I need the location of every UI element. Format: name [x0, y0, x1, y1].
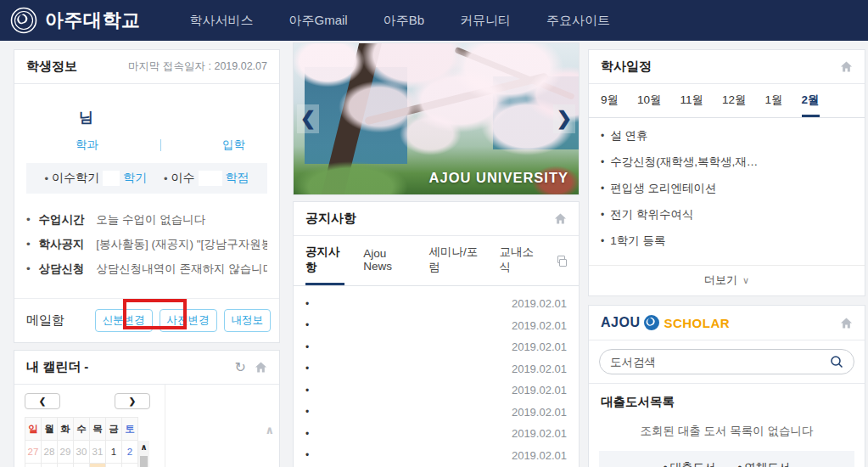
- calendar-day[interactable]: 3: [25, 464, 42, 467]
- calendar-next-button[interactable]: ❯: [115, 393, 150, 409]
- notice-item[interactable]: 2019.02.01: [305, 423, 567, 445]
- schedule-title: 학사일정: [601, 59, 652, 75]
- open-window-icon[interactable]: [557, 256, 567, 267]
- calendar-day[interactable]: 9: [122, 464, 138, 467]
- notice-item[interactable]: 2019.02.01: [305, 380, 567, 402]
- semester-label: 이수학기: [52, 171, 99, 186]
- tab-month-nov[interactable]: 11월: [680, 84, 704, 117]
- tab-notice[interactable]: 공지사항: [305, 236, 344, 285]
- home-icon[interactable]: [840, 317, 853, 329]
- schedule-item[interactable]: 1학기 등록: [601, 234, 853, 249]
- calendar-day[interactable]: 1: [106, 441, 122, 464]
- notice-card: 공지사항 공지사항 Ajou News 세미나/포럼 교내소식 2019.02.…: [293, 201, 580, 467]
- book-search-bar: [589, 340, 865, 384]
- calendar-scrollbar[interactable]: ∧: [138, 441, 149, 467]
- last-access: 마지막 접속일자 : 2019.02.07: [128, 59, 267, 74]
- refresh-icon[interactable]: ↻: [235, 361, 246, 374]
- calendar-day[interactable]: 31: [90, 441, 106, 464]
- counsel-request-value: 상담신청내역이 존재하지 않습니다.: [96, 262, 267, 275]
- student-info-title: 학생정보: [26, 59, 77, 75]
- student-info-card: 학생정보 마지막 접속일자 : 2019.02.07 님 학과 입학 • 이수학…: [14, 49, 280, 343]
- nav-item-main-sites[interactable]: 주요사이트: [546, 13, 610, 29]
- academic-notice-row[interactable]: • 학사공지 [봉사활동] (재공지) "[강남구자원봉사센터]…: [26, 237, 267, 252]
- change-photo-button[interactable]: 사진변경: [160, 309, 217, 332]
- nav-item-community[interactable]: 커뮤니티: [460, 13, 511, 29]
- notice-item[interactable]: 2019.02.01: [305, 402, 567, 424]
- month-tabbar: 9월 10월 11월 12월 1월 2월: [589, 84, 865, 118]
- schedule-item[interactable]: 수강신청(재학생,복학생,재…: [601, 155, 853, 170]
- overdue-books-link[interactable]: 연체도서: [738, 460, 791, 467]
- ajou-scholar-logo[interactable]: AJOU SCHOLAR: [601, 314, 730, 331]
- borrowed-books-link[interactable]: 대출도서: [664, 460, 716, 467]
- scrollbar-thumb[interactable]: [140, 456, 148, 467]
- mailbox-link[interactable]: 메일함: [26, 312, 64, 329]
- tab-seminar-forum[interactable]: 세미나/포럼: [429, 236, 481, 285]
- tab-month-feb[interactable]: 2월: [802, 84, 820, 117]
- notice-item[interactable]: 2019.02.01: [305, 293, 567, 315]
- home-icon[interactable]: [554, 212, 567, 225]
- nav-item-ajou-bb[interactable]: 아주Bb: [384, 13, 424, 29]
- calendar-week-row: 27 28 29 30 31 1 2: [25, 441, 138, 464]
- calendar-day-today[interactable]: 7: [90, 464, 106, 467]
- middle-column: ❮ ❯ AJOU UNIVERSITY 공지사항 공지사항 Ajou News …: [293, 42, 580, 467]
- credit-unit-link[interactable]: 학점: [226, 171, 249, 186]
- schedule-item[interactable]: 설 연휴: [601, 128, 853, 143]
- calendar-day[interactable]: 27: [25, 441, 42, 464]
- home-icon[interactable]: [255, 361, 267, 374]
- tab-month-sep[interactable]: 9월: [601, 84, 619, 117]
- calendar-day[interactable]: 5: [58, 464, 74, 467]
- calendar-day[interactable]: 4: [42, 464, 58, 467]
- search-icon[interactable]: [830, 355, 843, 369]
- nav-item-academic-services[interactable]: 학사서비스: [190, 13, 254, 29]
- schedule-more-button[interactable]: 더보기∨: [589, 265, 865, 295]
- semester-unit-link[interactable]: 학기: [123, 171, 147, 186]
- book-search-input[interactable]: [610, 356, 830, 369]
- tab-ajou-news[interactable]: Ajou News: [363, 239, 410, 283]
- home-icon[interactable]: [840, 60, 853, 73]
- chevron-down-icon: ∨: [742, 275, 749, 285]
- calendar-day[interactable]: 2: [122, 441, 138, 464]
- class-time-row: • 수업시간 오늘 수업이 없습니다: [26, 212, 267, 228]
- calendar-day[interactable]: 8: [106, 464, 122, 467]
- scholar-swirl-icon: [643, 314, 660, 331]
- scroll-up-icon[interactable]: ∧: [265, 424, 274, 436]
- university-logo[interactable]: 아주대학교: [10, 7, 141, 34]
- schedule-item[interactable]: 편입생 오리엔테이션: [601, 181, 853, 196]
- mailbox-row: 메일함 신분변경 사진변경 내정보: [14, 298, 279, 342]
- notice-item[interactable]: 2019.02.01: [305, 358, 567, 380]
- carousel-next-button[interactable]: ❯: [553, 104, 575, 133]
- tab-month-dec[interactable]: 12월: [722, 84, 747, 117]
- notice-item[interactable]: 2019.02.01: [305, 445, 567, 467]
- notice-item[interactable]: 2019.02.01: [305, 315, 567, 337]
- carousel-prev-button[interactable]: ❮: [297, 104, 319, 133]
- loan-list-title: 대출도서목록: [601, 394, 853, 410]
- nav-item-ajou-gmail[interactable]: 아주Gmail: [289, 13, 348, 29]
- calendar-day[interactable]: 28: [42, 441, 58, 464]
- profile-button-group: 신분변경 사진변경 내정보: [95, 309, 272, 332]
- student-name: 님: [26, 108, 267, 127]
- academic-notice-value: [봉사활동] (재공지) "[강남구자원봉사센터]…: [96, 238, 267, 250]
- calendar-day[interactable]: 30: [74, 441, 90, 464]
- notice-item[interactable]: 2019.02.01: [305, 336, 567, 358]
- admission-link[interactable]: 입학: [222, 138, 245, 153]
- calendar-day[interactable]: 29: [58, 441, 74, 464]
- my-info-button[interactable]: 내정보: [224, 309, 272, 332]
- calendar-nav: ❮ ❯: [25, 393, 150, 409]
- class-time-label: 수업시간: [39, 213, 85, 226]
- scroll-up-icon[interactable]: ∧: [138, 441, 149, 454]
- tab-month-jan[interactable]: 1월: [765, 84, 783, 117]
- credit-label: 이수: [171, 171, 195, 186]
- department-link[interactable]: 학과: [76, 138, 98, 153]
- calendar-day[interactable]: 6: [74, 464, 90, 467]
- schedule-item[interactable]: 전기 학위수여식: [601, 207, 853, 222]
- credit-value: [199, 171, 222, 186]
- tab-month-oct[interactable]: 10월: [637, 84, 662, 117]
- counsel-request-row: • 상담신청 상담신청내역이 존재하지 않습니다.: [26, 262, 267, 277]
- change-status-button[interactable]: 신분변경: [95, 309, 153, 332]
- calendar-prev-button[interactable]: ❮: [25, 393, 60, 409]
- tab-campus-news[interactable]: 교내소식: [500, 236, 539, 285]
- top-nav: 아주대학교 학사서비스 아주Gmail 아주Bb 커뮤니티 주요사이트: [0, 0, 868, 41]
- semester-stat: • 이수학기 학기: [44, 171, 147, 186]
- right-column: 학사일정 9월 10월 11월 12월 1월 2월 설 연휴 수강신청(재학생,…: [588, 49, 865, 467]
- calendar-body: ❮ ❯ 일 월 화 수 목 금 토 27 28: [14, 385, 279, 467]
